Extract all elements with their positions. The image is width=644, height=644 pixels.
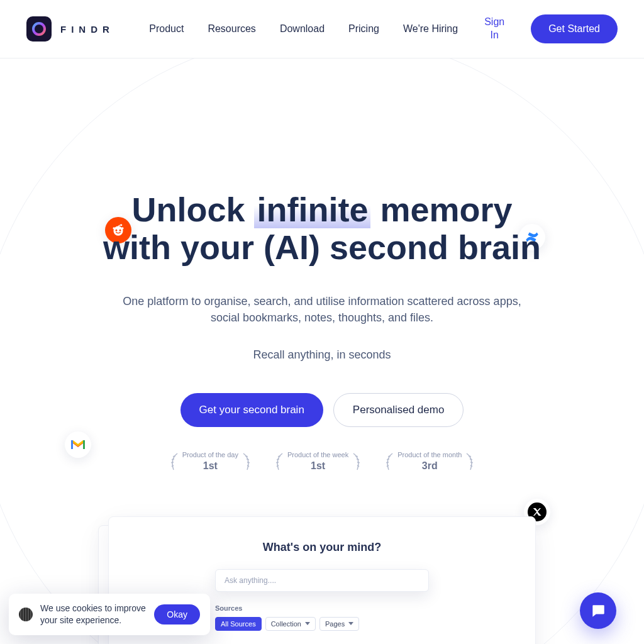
award-rank: 3rd [397, 460, 462, 472]
hero-title-line2: with your (AI) second brain [103, 228, 541, 266]
sources-label: Sources [215, 604, 429, 612]
sources-section: Sources All Sources Collection Pages [215, 604, 429, 631]
main-nav: Product Resources Download Pricing We're… [149, 14, 618, 43]
chat-icon [590, 602, 606, 619]
personalised-demo-button[interactable]: Personalised demo [333, 393, 464, 427]
nav-hiring[interactable]: We're Hiring [403, 23, 458, 35]
award-week: Product of the week 1st [274, 451, 362, 472]
hero-title: Unlock infinite memory with your (AI) se… [0, 191, 644, 267]
chip-collection[interactable]: Collection [265, 617, 316, 631]
cookie-accept-button[interactable]: Okay [154, 604, 200, 625]
laurel-left-icon [384, 452, 394, 471]
site-header: FINDR Product Resources Download Pricing… [0, 0, 644, 58]
hero-cta-group: Get your second brain Personalised demo [0, 393, 644, 427]
logo-text: FINDR [60, 24, 114, 35]
chevron-down-icon [348, 622, 353, 625]
nav-signin[interactable]: Sign In [482, 16, 507, 42]
source-chips: All Sources Collection Pages [215, 617, 429, 631]
cookie-icon [19, 608, 33, 621]
chip-label: Collection [271, 620, 301, 628]
nav-resources[interactable]: Resources [208, 23, 255, 35]
laurel-right-icon [465, 452, 475, 471]
nav-pricing[interactable]: Pricing [348, 23, 379, 35]
chevron-down-icon [305, 622, 310, 625]
ask-input[interactable]: Ask anything.... [215, 569, 429, 592]
laurel-right-icon [242, 452, 252, 471]
nav-product[interactable]: Product [149, 23, 184, 35]
chip-label: All Sources [221, 620, 256, 628]
hero-title-highlight: infinite [254, 191, 370, 228]
nav-download[interactable]: Download [280, 23, 325, 35]
chip-pages[interactable]: Pages [319, 617, 359, 631]
preview-title: What's on your mind? [109, 541, 535, 554]
hero-section: Unlock infinite memory with your (AI) se… [0, 58, 644, 644]
hero-subtitle-2: Recall anything, in seconds [0, 348, 644, 362]
laurel-right-icon [352, 452, 362, 471]
hero-title-post: memory [370, 191, 512, 228]
award-label: Product of the day [182, 451, 238, 460]
hero-title-pre: Unlock [131, 191, 254, 228]
award-label: Product of the week [287, 451, 348, 460]
award-rank: 1st [182, 460, 238, 472]
logo[interactable]: FINDR [26, 16, 114, 42]
award-label: Product of the month [397, 451, 462, 460]
awards-row: Product of the day 1st Product of the we… [0, 451, 644, 472]
cookie-text: We use cookies to improve your site expe… [40, 602, 147, 626]
award-day: Product of the day 1st [169, 451, 252, 472]
hero-subtitle: One platform to organise, search, and ut… [121, 293, 523, 326]
svg-point-0 [33, 23, 45, 35]
laurel-left-icon [169, 452, 179, 471]
award-rank: 1st [287, 460, 348, 472]
get-started-button[interactable]: Get Started [531, 14, 618, 43]
award-month: Product of the month 3rd [384, 451, 475, 472]
logo-mark-icon [26, 16, 52, 42]
chip-all-sources[interactable]: All Sources [215, 617, 262, 631]
cookie-banner: We use cookies to improve your site expe… [9, 594, 210, 635]
chat-fab[interactable] [580, 592, 616, 629]
laurel-left-icon [274, 452, 284, 471]
chip-label: Pages [325, 620, 345, 628]
get-second-brain-button[interactable]: Get your second brain [180, 393, 323, 427]
